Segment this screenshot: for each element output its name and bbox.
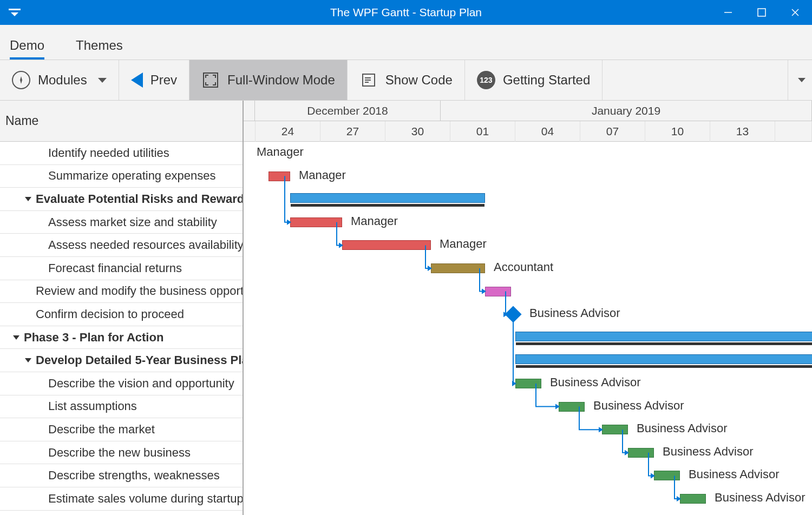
expand-icon[interactable] xyxy=(25,358,31,362)
gantt-bar[interactable] xyxy=(602,425,628,434)
gantt-bar[interactable] xyxy=(342,240,431,250)
task-row[interactable]: Describe the market xyxy=(0,418,243,441)
gantt-row xyxy=(244,349,812,372)
toolbar: Modules Prev Full-Window Mode Show Code … xyxy=(0,60,812,101)
task-name: Describe the new business xyxy=(48,446,191,460)
chevron-down-icon xyxy=(798,78,806,82)
task-row[interactable]: Phase 3 - Plan for Action xyxy=(0,326,243,349)
maximize-button[interactable] xyxy=(745,0,778,25)
timeline-day: 24 xyxy=(256,121,320,142)
task-row[interactable]: Describe the new business xyxy=(0,441,243,465)
timeline-day: 01 xyxy=(450,121,515,142)
resource-label: Business Advisor xyxy=(715,491,806,505)
prev-label: Prev xyxy=(150,72,177,88)
prev-button[interactable]: Prev xyxy=(119,60,189,100)
grid-column-header[interactable]: Name xyxy=(0,101,243,142)
task-name: Summarize operating expenses xyxy=(48,169,215,183)
timeline-day: 27 xyxy=(320,121,385,142)
window-title: The WPF Gantt - Startup Plan xyxy=(330,6,482,19)
resource-label: Business Advisor xyxy=(663,445,754,459)
task-name: List assumptions xyxy=(48,399,137,413)
fullscreen-icon xyxy=(201,71,220,89)
gantt-chart[interactable]: December 2018January 2019 24273001040710… xyxy=(244,101,812,515)
numbers-icon: 123 xyxy=(477,71,495,89)
chevron-down-icon xyxy=(98,78,107,83)
task-name: Describe strengths, weaknesses xyxy=(48,468,220,483)
full-window-button[interactable]: Full-Window Mode xyxy=(189,60,348,100)
timeline-day: 13 xyxy=(710,121,775,142)
task-row[interactable]: List assumptions xyxy=(0,395,243,419)
gantt-bar[interactable] xyxy=(628,448,654,458)
modules-dropdown[interactable]: Modules xyxy=(0,60,119,100)
milestone[interactable] xyxy=(505,306,521,323)
gantt-row: Business Advisor xyxy=(244,372,812,395)
task-name: Describe the market xyxy=(48,422,155,437)
task-row[interactable]: Identify needed utilities xyxy=(0,142,243,165)
task-grid: Name Identify needed utilitiesSummarize … xyxy=(0,101,244,515)
task-row[interactable]: Describe strengths, weaknesses xyxy=(0,464,243,487)
toolbar-overflow[interactable] xyxy=(788,60,812,100)
timeline-day: 30 xyxy=(385,121,450,142)
gantt-row xyxy=(244,326,812,349)
gantt-row: Accountant xyxy=(244,257,812,280)
expand-icon[interactable] xyxy=(13,335,19,340)
gantt-bar[interactable] xyxy=(290,217,342,227)
triangle-left-icon xyxy=(131,72,143,88)
summary-bar[interactable] xyxy=(515,332,812,341)
task-row[interactable]: Assess market size and stability xyxy=(0,211,243,234)
task-name: Identify needed utilities xyxy=(48,146,169,160)
gantt-row: Business Advisor xyxy=(244,418,812,441)
timeline-day: 04 xyxy=(515,121,580,142)
svg-marker-6 xyxy=(20,76,22,84)
tab-themes[interactable]: Themes xyxy=(76,38,123,60)
task-row[interactable]: Summarize operating expenses xyxy=(0,165,243,188)
minimize-button[interactable] xyxy=(711,0,745,25)
task-row[interactable]: Assess needed resources availability xyxy=(0,234,243,257)
gantt-row: Business Advisor xyxy=(244,303,812,326)
task-row[interactable]: Confirm decision to proceed xyxy=(0,303,243,326)
close-button[interactable] xyxy=(778,0,812,25)
dropdown-icon xyxy=(9,9,21,16)
getting-started-button[interactable]: 123 Getting Started xyxy=(465,60,603,100)
task-row[interactable]: Forecast financial returns xyxy=(0,257,243,280)
task-row[interactable]: Evaluate Potential Risks and Rewards xyxy=(0,188,243,211)
compass-icon xyxy=(12,71,30,89)
gantt-bar[interactable] xyxy=(515,379,541,388)
gantt-bar[interactable] xyxy=(485,287,511,296)
gantt-bar[interactable] xyxy=(680,494,706,504)
task-name: Describe the vision and opportunity xyxy=(48,377,234,391)
show-code-label: Show Code xyxy=(385,72,453,88)
gantt-row: Manager xyxy=(244,234,812,257)
expand-icon[interactable] xyxy=(25,197,31,201)
task-row[interactable]: Describe the vision and opportunity xyxy=(0,372,243,395)
summary-bar[interactable] xyxy=(515,354,812,364)
task-name: Phase 3 - Plan for Action xyxy=(24,331,163,345)
task-name: Develop Detailed 5-Year Business Plan xyxy=(36,353,243,367)
resource-label: Business Advisor xyxy=(550,375,641,389)
tab-demo[interactable]: Demo xyxy=(10,38,44,60)
task-row[interactable]: Review and modify the business opportuni… xyxy=(0,280,243,303)
resource-label: Manager xyxy=(257,145,304,159)
gantt-row: Business Advisor xyxy=(244,441,812,465)
resource-label: Business Advisor xyxy=(637,421,728,435)
task-name: Forecast financial returns xyxy=(48,261,182,275)
gantt-row: Manager xyxy=(244,211,812,234)
timeline-month: December 2018 xyxy=(255,101,441,121)
quick-access-dropdown[interactable] xyxy=(0,0,29,25)
getting-started-label: Getting Started xyxy=(503,72,590,88)
task-row[interactable]: Develop Detailed 5-Year Business Plan xyxy=(0,349,243,372)
show-code-button[interactable]: Show Code xyxy=(348,60,465,100)
gantt-row: Business Advisor xyxy=(244,464,812,487)
gantt-bar[interactable] xyxy=(654,471,680,480)
resource-label: Manager xyxy=(299,168,346,182)
resource-label: Business Advisor xyxy=(529,306,620,320)
summary-bar[interactable] xyxy=(290,193,485,203)
resource-label: Manager xyxy=(440,237,487,251)
task-row[interactable]: Estimate sales volume during startup xyxy=(0,487,243,511)
code-icon xyxy=(359,71,378,89)
task-name: Assess market size and stability xyxy=(48,215,217,229)
task-name: Assess needed resources availability xyxy=(48,238,243,252)
gantt-bar[interactable] xyxy=(269,171,290,181)
gantt-bar[interactable] xyxy=(431,263,485,273)
gantt-bar[interactable] xyxy=(559,402,585,412)
